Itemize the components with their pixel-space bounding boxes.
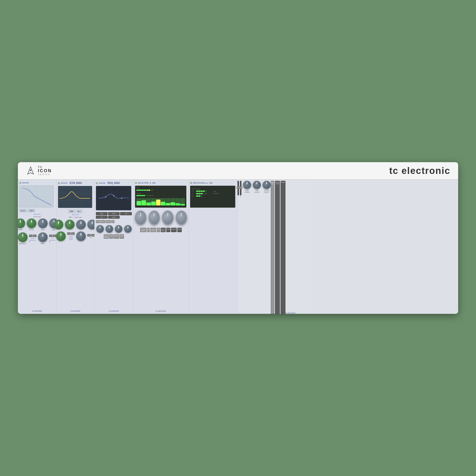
- brickwall-footer: tc electronic: [286, 312, 295, 314]
- brickwall-btn-bypass[interactable]: Bypass: [281, 181, 286, 314]
- masterx-btn-curvefac[interactable]: CurveFactor A: [151, 228, 156, 232]
- brickwall-knob-1-control[interactable]: [243, 181, 251, 189]
- peq-knob-4-control[interactable]: [124, 225, 132, 233]
- brickwall-knob-2-control[interactable]: [253, 181, 261, 189]
- dyn-in-left[interactable]: ◄: [87, 234, 91, 237]
- masterx-btn-threshmode[interactable]: ThreshMode 4: [140, 228, 147, 232]
- dyn-knob-1-control[interactable]: [53, 220, 63, 229]
- brickwall-knob-group3: S ClipType 4: [262, 181, 271, 314]
- mdr-knob-width-label: width: [41, 243, 45, 244]
- svg-rect-21: [191, 187, 235, 207]
- dyn-in-right[interactable]: ►: [91, 234, 95, 237]
- peq-btn-factorb[interactable]: Factor B: [114, 234, 119, 239]
- svg-point-20: [121, 198, 122, 199]
- peq-btn-bypass[interactable]: Bypass: [106, 220, 111, 223]
- mdr-arrow2-left[interactable]: ◄: [49, 235, 52, 237]
- peq-btn-block-bypass[interactable]: BlockBypass: [104, 234, 109, 239]
- mdr-arrow-right[interactable]: ►: [33, 235, 36, 237]
- peq-btn-curve[interactable]: Curve: [96, 220, 100, 223]
- mdr-values-row: 5.0:1 -16.5: [19, 209, 55, 213]
- masterx-bottom-buttons: ThreshMode 4 Att CurveFactor A Edit Bloc…: [135, 228, 187, 232]
- mdr-knob-freq-label: freq: [41, 229, 44, 230]
- peq-btn-lrm[interactable]: LR M: [108, 216, 120, 219]
- svg-rect-34: [205, 193, 207, 194]
- brickwall-fader-2: R: [240, 181, 241, 314]
- masterx-btn-blockbypass[interactable]: BlockBypass: [161, 228, 166, 232]
- brickwall-name: BRICKWALL HD: [193, 182, 213, 184]
- dyn-knob-6-control[interactable]: [76, 231, 86, 241]
- masterx-meter: Input Output: [135, 186, 187, 208]
- dyn-knobs-row1: [58, 220, 93, 229]
- dyn-in-arrows: ◄ ► IN: [87, 234, 95, 238]
- brickwall-bottom-buttons: DainRel. MasterLimiter Bypass: [271, 181, 286, 314]
- brickwall-fader-2-track[interactable]: [240, 181, 241, 195]
- svg-text:3.0: 3.0: [192, 193, 193, 194]
- mdr-knob-width: width: [38, 232, 48, 244]
- svg-rect-4: [58, 186, 92, 208]
- mdr-knob-freq-control[interactable]: [38, 219, 48, 228]
- peq-btn-edit[interactable]: Edit: [111, 220, 115, 223]
- brickwall-meter: CRPT/ limiter 4.5 3.0 1.5: [190, 186, 235, 208]
- masterx-btn-att[interactable]: Att: [147, 228, 150, 232]
- peq-btn-undo[interactable]: Undo: [109, 234, 113, 239]
- peq-btn-lm[interactable]: L M: [120, 212, 132, 215]
- svg-text:Reduction: Reduction: [213, 192, 220, 194]
- brickwall-led[interactable]: [190, 182, 192, 184]
- svg-rect-30: [196, 193, 198, 194]
- brickwall-knob-3-control[interactable]: [262, 181, 271, 189]
- plugins-area: MDRE 5.0:1 -16.5: [18, 180, 458, 314]
- masterx-btn-factorb[interactable]: Factor B: [171, 228, 177, 232]
- masterx-big-knob-3[interactable]: [162, 211, 173, 225]
- mdr-knob-thrrel-control[interactable]: [27, 219, 36, 228]
- dyn-knob-5-control[interactable]: [56, 231, 66, 241]
- brickwall-knob-1-label: GainLimiter: [244, 189, 250, 193]
- peq-footer: tc electronic: [96, 310, 132, 312]
- peq-btn-preset[interactable]: Preset: [119, 234, 124, 239]
- brickwall-btn-meter[interactable]: MasterLimiter: [275, 181, 280, 314]
- mdr-knob-gainhold-control[interactable]: [18, 232, 28, 242]
- mdr-knob-ratatt-control[interactable]: [18, 219, 25, 228]
- brickwall-knob-group2: CeilLimiter: [253, 181, 261, 314]
- peq-btn-output[interactable]: Output: [108, 212, 120, 215]
- dyn-adaptive-label: ADAPTIVE: [58, 214, 93, 216]
- masterx-led[interactable]: [135, 182, 137, 184]
- peq-bottom-buttons: BlockBypass Undo Factor B Preset: [96, 234, 132, 239]
- masterx-big-knob-4[interactable]: [176, 211, 187, 225]
- peq-knobs: [96, 225, 132, 233]
- dyn-knob-3-control[interactable]: [76, 220, 86, 229]
- masterx-big-knob-1[interactable]: [135, 211, 146, 225]
- mdr-knobs-row2: gain/hold ◄ ► mode ◄ block In ► width: [19, 232, 55, 244]
- masterx-plugin: MASTER X HD Input: [134, 180, 188, 314]
- brickwall-btn-dain[interactable]: DainRel.: [271, 181, 274, 314]
- svg-text:Gain: Gain: [213, 190, 217, 192]
- svg-rect-33: [203, 193, 205, 194]
- mdr-ratio-value: 5.0:1: [19, 209, 27, 212]
- masterx-big-knob-2[interactable]: [149, 211, 160, 225]
- dyn-led: [58, 182, 60, 184]
- peq-knob-2-control[interactable]: [105, 225, 113, 233]
- peq-knob-3-control[interactable]: [115, 225, 122, 233]
- masterx-btn-undo[interactable]: Undo: [166, 228, 170, 232]
- peq-knob-1-control[interactable]: [96, 225, 104, 233]
- mdr-knob-width-control[interactable]: [38, 232, 48, 242]
- peq-btn-input[interactable]: Input: [96, 212, 108, 215]
- dyn-knob-2-control[interactable]: [65, 220, 75, 229]
- dyn-shape-left[interactable]: ◄: [67, 232, 71, 235]
- dyn-shape-label: shape: [67, 235, 75, 237]
- mdr-lr-arrows: ◄ ►: [29, 235, 36, 237]
- masterx-meter-bars: Input Output: [136, 187, 185, 205]
- svg-rect-37: [198, 195, 200, 197]
- svg-point-0: [30, 170, 31, 171]
- masterx-btn-preset[interactable]: Preset: [177, 228, 182, 232]
- peq-btn-typea[interactable]: Type A: [101, 220, 105, 223]
- peq-more-buttons: Curve Type A Bypass Edit: [96, 220, 132, 223]
- mdr-arrow-left[interactable]: ◄: [29, 235, 33, 237]
- series-label: SERIES: [38, 173, 52, 176]
- dyn-shape-right[interactable]: ►: [71, 232, 75, 235]
- brickwall-fader-1: L: [238, 181, 239, 314]
- peq-btn-lr[interactable]: L R: [96, 216, 108, 219]
- masterx-btn-edit[interactable]: Edit: [157, 228, 160, 232]
- brickwall-knob-2-label: CeilLimiter: [254, 189, 259, 193]
- peq-header: MDRE PEQ 3000: [96, 182, 132, 185]
- brickwall-fader-1-label: L: [238, 196, 239, 197]
